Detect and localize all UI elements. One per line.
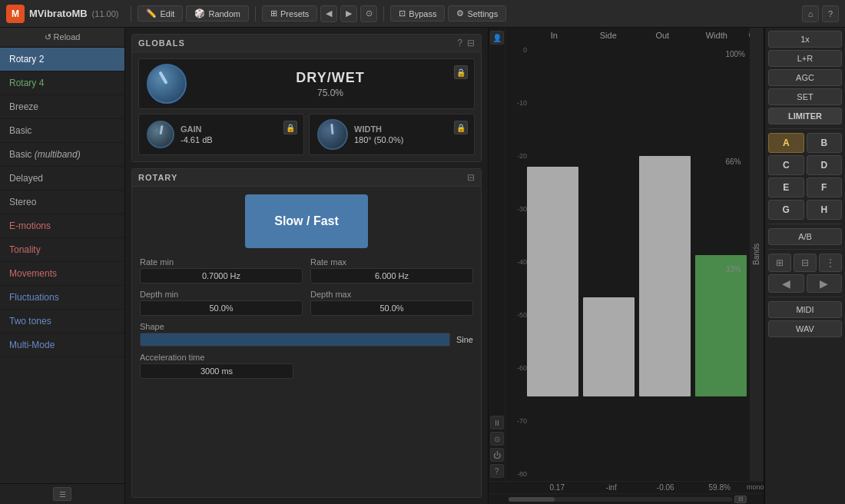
vu-target-btn[interactable]: ⊙ — [490, 432, 504, 446]
sidebar-collapse-btn[interactable]: ☰ — [53, 487, 71, 501]
sidebar-item-delayed[interactable]: Delayed — [0, 167, 124, 191]
slot-c[interactable]: C — [768, 155, 804, 175]
logo-icon: M — [6, 5, 25, 23]
vu-power-btn[interactable]: ⏻ — [490, 448, 504, 462]
vu-person-icon[interactable]: 👤 — [490, 31, 504, 45]
scale-10: -10 — [505, 99, 527, 107]
random-button[interactable]: 🎲 Random — [186, 5, 249, 22]
width-params: WIDTH 180° (50.0%) — [354, 124, 466, 144]
slot-f[interactable]: F — [807, 177, 843, 197]
scale-80: -80 — [505, 470, 527, 478]
drywet-knob[interactable] — [147, 64, 187, 104]
lr-button[interactable]: L+R — [768, 50, 842, 67]
agc-button[interactable]: AGC — [768, 69, 842, 86]
redo-button[interactable]: ▶ — [807, 274, 843, 293]
main-layout: ↺ Reload Rotary 2 Rotary 4 Breeze Basic … — [0, 28, 845, 504]
drywet-lock-btn[interactable]: 🔒 — [454, 65, 468, 79]
reload-button[interactable]: ↺ Reload — [0, 28, 124, 48]
copy-icon[interactable]: ⊞ — [768, 254, 791, 272]
presets-label: Presets — [280, 9, 309, 18]
vu-pause-btn[interactable]: ⏸ — [490, 416, 504, 429]
pct-66: 66% — [725, 158, 745, 166]
width-lock-btn[interactable]: 🔒 — [454, 121, 468, 134]
sidebar-item-breeze[interactable]: Breeze — [0, 95, 124, 119]
rate-max-col: Rate max 6.000 Hz — [310, 257, 473, 284]
bypass-label: Bypass — [409, 9, 436, 18]
settings-label: Settings — [467, 9, 498, 18]
midi-button[interactable]: MIDI — [768, 301, 842, 318]
ab-button[interactable]: A/B — [768, 228, 842, 245]
shape-slider[interactable] — [140, 333, 450, 346]
vu-footer: 0.17 -inf -0.06 59.8% mono — [489, 481, 764, 493]
scrollbar-btn[interactable]: ⊟ — [734, 496, 747, 503]
edit-button[interactable]: ✏️ Edit — [138, 5, 183, 22]
sidebar-item-tonality[interactable]: Tonality — [0, 238, 124, 262]
slot-h[interactable]: H — [807, 200, 843, 220]
slow-fast-button[interactable]: Slow / Fast — [245, 194, 368, 248]
sidebar-item-stereo[interactable]: Stereo — [0, 191, 124, 214]
depth-max-input[interactable]: 50.0% — [310, 300, 473, 316]
globals-menu-icon[interactable]: ⊟ — [467, 38, 475, 48]
settings-button[interactable]: ⚙ Settings — [448, 5, 506, 22]
rotary-section: ROTARY ⊟ Slow / Fast Rate min 0.7000 Hz … — [131, 168, 482, 498]
rotary-menu-icon[interactable]: ⊟ — [467, 172, 475, 183]
width-value: 180° (50.0%) — [354, 135, 466, 144]
scale-50: -50 — [505, 311, 527, 319]
limiter-button[interactable]: LIMITER — [768, 108, 842, 124]
sidebar-item-basic-multiband[interactable]: Basic (multiband) — [0, 143, 124, 167]
sidebar-item-basic[interactable]: Basic — [0, 119, 124, 143]
nav-prev[interactable]: ◀ — [320, 5, 337, 22]
drywet-label: DRY/WET — [194, 70, 466, 86]
rate-max-input[interactable]: 6.000 Hz — [310, 268, 473, 284]
sidebar-item-fluctuations[interactable]: Fluctuations — [0, 286, 124, 310]
wav-button[interactable]: WAV — [768, 320, 842, 337]
rotary-icons: ⊟ — [467, 172, 475, 183]
globals-content: DRY/WET 75.0% 🔒 GAIN -4.61 dB 🔒 — [132, 52, 481, 161]
vu-question-btn[interactable]: ? — [490, 464, 504, 478]
presets-button[interactable]: ⊞ Presets — [262, 5, 317, 22]
sidebar-item-twotones[interactable]: Two tones — [0, 310, 124, 333]
slot-e[interactable]: E — [768, 177, 804, 197]
depth-min-label: Depth min — [140, 290, 303, 299]
vu-scrollbar: ⊟ — [489, 493, 764, 504]
menu-icon[interactable]: ⋮ — [819, 254, 842, 272]
rate-row: Rate min 0.7000 Hz Rate max 6.000 Hz — [140, 257, 473, 284]
depth-max-label: Depth max — [310, 290, 473, 299]
set-button[interactable]: SET — [768, 88, 842, 105]
vu-chart-container: In Side Out Width inv 0 -10 — [505, 28, 750, 481]
home-button[interactable]: ⌂ — [802, 5, 819, 22]
scale-40: -40 — [505, 258, 527, 266]
bypass-button[interactable]: ⊡ Bypass — [390, 5, 445, 22]
paste-icon[interactable]: ⊟ — [794, 254, 817, 272]
depth-min-input[interactable]: 50.0% — [140, 300, 303, 316]
sidebar-item-multimode[interactable]: Multi-Mode — [0, 333, 124, 357]
sidebar-item-movements[interactable]: Movements — [0, 262, 124, 286]
app-name: MVibratoMB — [29, 8, 88, 19]
vu-col-width: Width inv — [690, 31, 744, 40]
gain-knob[interactable] — [147, 121, 174, 148]
sidebar-item-rotary2[interactable]: Rotary 2 — [0, 48, 124, 71]
vu-bars-area: 0 -10 -20 -30 -40 -50 -60 -70 -80 — [505, 40, 750, 481]
slot-a[interactable]: A — [768, 133, 804, 153]
undo-button[interactable]: ◀ — [768, 274, 804, 293]
rate-min-input[interactable]: 0.7000 Hz — [140, 268, 303, 284]
nav-next[interactable]: ▶ — [340, 5, 357, 22]
bands-label[interactable]: Bands — [750, 28, 764, 481]
vu-scroll-track[interactable]: ⊟ — [505, 494, 750, 504]
settings-icon: ⚙ — [456, 8, 464, 18]
vu-col-side: Side — [582, 31, 636, 40]
globals-help-icon[interactable]: ? — [457, 38, 462, 48]
accel-input[interactable]: 3000 ms — [140, 363, 293, 379]
nav-menu[interactable]: ⊙ — [360, 5, 377, 22]
scrollbar-track — [509, 497, 732, 502]
slot-d[interactable]: D — [807, 155, 843, 175]
sidebar-item-rotary4[interactable]: Rotary 4 — [0, 71, 124, 95]
sidebar-item-emotions[interactable]: E-motions — [0, 214, 124, 238]
slot-g[interactable]: G — [768, 200, 804, 220]
width-knob[interactable] — [317, 119, 348, 150]
help-button[interactable]: ? — [822, 5, 839, 22]
gain-lock-btn[interactable]: 🔒 — [283, 121, 297, 134]
sep3 — [383, 6, 384, 22]
slot-b[interactable]: B — [807, 133, 843, 153]
zoom-button[interactable]: 1x — [768, 31, 842, 48]
